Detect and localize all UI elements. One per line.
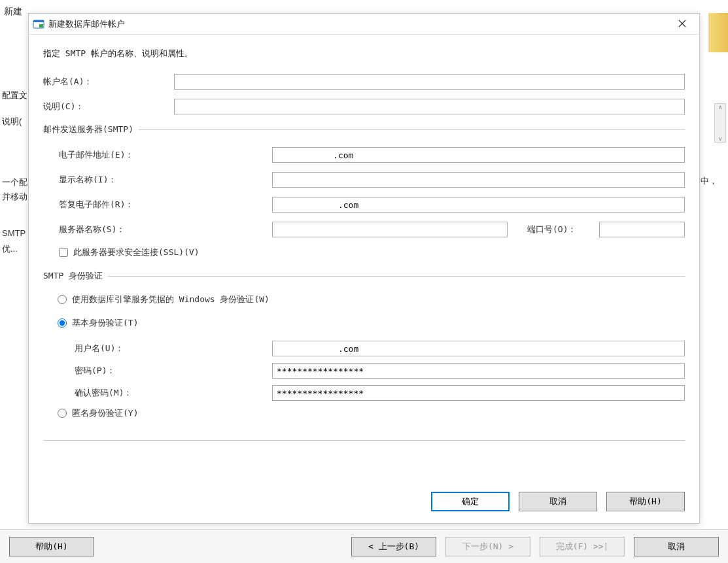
parent-title-fragment: 新建 bbox=[4, 6, 22, 18]
help-button[interactable]: 帮助(H) bbox=[606, 492, 685, 511]
dialog-title: 新建数据库邮件帐户 bbox=[48, 18, 669, 30]
username-label: 用户名(U)： bbox=[75, 343, 272, 354]
dialog-body: 指定 SMTP 帐户的名称、说明和属性。 帐户名(A)： 说明(C)： 邮件发送… bbox=[29, 35, 699, 492]
parent-label-desc: 说明( bbox=[0, 110, 27, 133]
account-name-input[interactable] bbox=[174, 74, 685, 90]
dialog-button-row: 确定 取消 帮助(H) bbox=[29, 492, 699, 523]
auth-basic-label: 基本身份验证(T) bbox=[72, 317, 138, 329]
auth-windows-label: 使用数据库引擎服务凭据的 Windows 身份验证(W) bbox=[72, 294, 269, 305]
button-separator bbox=[43, 440, 685, 441]
parent-mid-text: 一个配 并移动 bbox=[2, 175, 28, 204]
basic-auth-fields: 用户名(U)： 密码(P)： 确认密码(M)： bbox=[43, 341, 685, 401]
email-address-label: 电子邮件地址(E)： bbox=[59, 149, 272, 161]
svg-rect-2 bbox=[39, 24, 43, 27]
parent-mid-line-2: 并移动 bbox=[2, 190, 28, 204]
parent-side-priority: 优... bbox=[0, 241, 27, 257]
reply-email-input[interactable] bbox=[272, 197, 685, 213]
dialog-instruction: 指定 SMTP 帐户的名称、说明和属性。 bbox=[43, 48, 685, 60]
parent-right-char: 中， bbox=[701, 175, 718, 187]
wizard-prev-button[interactable]: < 上一步(B) bbox=[351, 537, 436, 556]
dbmail-account-dialog: 新建数据库邮件帐户 指定 SMTP 帐户的名称、说明和属性。 帐户名(A)： 说… bbox=[28, 13, 700, 524]
email-address-input[interactable] bbox=[272, 147, 685, 163]
dialog-app-icon bbox=[33, 18, 44, 30]
parent-scroll-widget[interactable]: ∧ ∨ bbox=[714, 103, 726, 143]
auth-anonymous-radio[interactable] bbox=[58, 409, 67, 418]
parent-mid-line-1: 一个配 bbox=[2, 175, 28, 190]
ok-button[interactable]: 确定 bbox=[431, 492, 510, 511]
password-input[interactable] bbox=[272, 363, 685, 379]
auth-windows-radio[interactable] bbox=[58, 295, 67, 304]
svg-rect-1 bbox=[33, 20, 44, 22]
group-divider bbox=[139, 129, 685, 130]
parent-side-smtp: SMTP bbox=[0, 226, 27, 241]
auth-group-legend: SMTP 身份验证 bbox=[43, 270, 103, 282]
wizard-finish-button[interactable]: 完成(F) >>| bbox=[540, 537, 625, 556]
scroll-down-icon[interactable]: ∨ bbox=[718, 135, 723, 142]
wizard-button-strip: 帮助(H) < 上一步(B) 下一步(N) > 完成(F) >>| 取消 bbox=[0, 529, 728, 563]
scroll-up-icon[interactable]: ∧ bbox=[718, 104, 723, 111]
username-input[interactable] bbox=[272, 341, 685, 356]
cancel-button[interactable]: 取消 bbox=[519, 492, 597, 511]
wizard-help-button[interactable]: 帮助(H) bbox=[9, 537, 94, 556]
reply-email-label: 答复电子邮件(R)： bbox=[59, 199, 272, 211]
password-label: 密码(P)： bbox=[75, 365, 272, 377]
display-name-input[interactable] bbox=[272, 172, 685, 188]
description-input[interactable] bbox=[174, 99, 685, 114]
auth-basic-radio[interactable] bbox=[58, 318, 67, 328]
ssl-required-label: 此服务器要求安全连接(SSL)(V) bbox=[73, 247, 199, 258]
confirm-password-label: 确认密码(M)： bbox=[75, 387, 272, 399]
display-name-label: 显示名称(I)： bbox=[59, 174, 272, 186]
decorative-gold-block bbox=[708, 13, 728, 52]
parent-label-config: 配置文 bbox=[0, 84, 27, 107]
account-name-label: 帐户名(A)： bbox=[43, 76, 174, 88]
description-label: 说明(C)： bbox=[43, 101, 174, 112]
close-button[interactable] bbox=[669, 15, 695, 33]
parent-left-labels: 配置文 说明( bbox=[0, 84, 27, 136]
group-divider bbox=[108, 276, 685, 277]
confirm-password-input[interactable] bbox=[272, 385, 685, 401]
server-name-label: 服务器名称(S)： bbox=[59, 224, 272, 235]
smtp-server-group: 邮件发送服务器(SMTP) 电子邮件地址(E)： 显示名称(I)： 答复电子邮件… bbox=[43, 124, 685, 265]
port-label: 端口号(O)： bbox=[527, 224, 593, 235]
parent-side-block: SMTP 优... bbox=[0, 226, 27, 257]
wizard-cancel-button[interactable]: 取消 bbox=[634, 537, 719, 556]
smtp-auth-group: SMTP 身份验证 使用数据库引擎服务凭据的 Windows 身份验证(W) 基… bbox=[43, 270, 685, 431]
smtp-group-legend: 邮件发送服务器(SMTP) bbox=[43, 124, 133, 135]
ssl-required-checkbox[interactable] bbox=[59, 248, 68, 257]
close-icon bbox=[678, 18, 686, 29]
port-input[interactable] bbox=[599, 222, 685, 237]
auth-anonymous-label: 匿名身份验证(Y) bbox=[72, 407, 138, 419]
server-name-input[interactable] bbox=[272, 222, 508, 237]
dialog-titlebar: 新建数据库邮件帐户 bbox=[29, 14, 699, 35]
wizard-next-button[interactable]: 下一步(N) > bbox=[445, 537, 530, 556]
